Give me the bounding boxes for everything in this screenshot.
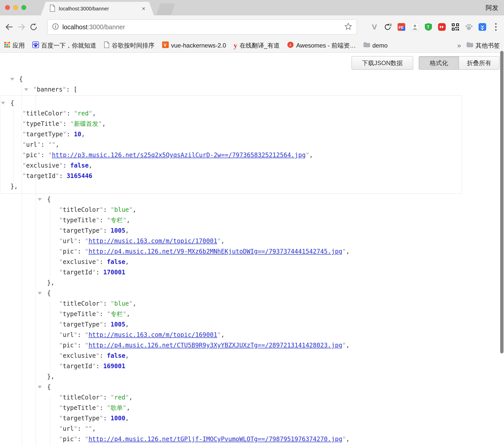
json-row: "banners": [	[0, 84, 504, 95]
star-icon[interactable]	[344, 23, 352, 31]
collapse-triangle-icon[interactable]	[38, 292, 42, 295]
scrollbar-thumb[interactable]	[500, 51, 503, 353]
youdao-translate-icon[interactable]: 英	[384, 23, 392, 31]
bookmark-label: 百度一下，你就知道	[41, 41, 96, 50]
svg-text:V: V	[164, 43, 167, 48]
tab-favicon-doc-icon	[49, 5, 55, 13]
json-row: "url": "",	[37, 424, 499, 434]
url-text: localhost:3000/banner	[62, 23, 125, 31]
fullscreen-window-icon[interactable]	[21, 5, 26, 10]
json-row: "url": "http://music.163.com/m/topic/170…	[37, 236, 499, 246]
browser-tab[interactable]: localhost:3000/banner ×	[41, 2, 154, 16]
url-host: localhost	[62, 23, 88, 31]
bookmarks-right: »其他书签	[457, 41, 500, 50]
close-window-icon[interactable]	[5, 5, 10, 10]
bookmark-label: demo	[372, 42, 388, 49]
json-row: {	[0, 74, 504, 84]
bookmark-label: 应用	[12, 41, 25, 50]
json-row: {	[37, 288, 499, 299]
collapse-triangle-icon[interactable]	[24, 88, 28, 91]
window-titlebar: localhost:3000/banner × 阿发	[0, 0, 504, 15]
json-row: "typeTitle": "专栏",	[37, 309, 499, 319]
qrcode-icon[interactable]	[451, 23, 459, 31]
forward-icon[interactable]	[15, 23, 27, 31]
bookmark-item[interactable]: Vvue-hackernews-2.0	[162, 41, 226, 50]
collapse-triangle-icon[interactable]	[38, 198, 42, 201]
svg-text:A: A	[289, 43, 291, 47]
json-toolbar: 下载JSON数据 格式化 折叠所有	[352, 56, 499, 70]
json-row: "targetType": 1005,	[37, 319, 499, 330]
bookmark-item[interactable]: 谷歌按时间排序	[104, 41, 155, 50]
json-row: "titleColor": "red",	[0, 108, 462, 119]
bookmark-item[interactable]: AAwesomes - 前端资…	[287, 41, 356, 50]
bookmark-item[interactable]: 其他书签	[467, 41, 500, 50]
json-link[interactable]: http://music.163.com/m/topic/169001	[89, 331, 217, 338]
json-row: "pic": "http://p4.music.126.net/tGPljf-I…	[37, 434, 499, 444]
json-link[interactable]: http://music.163.com/m/topic/170001	[89, 237, 217, 245]
bookmark-item[interactable]: y在线翻译_有道	[234, 41, 279, 50]
json-row: },	[0, 181, 462, 192]
menu-dots-icon[interactable]	[492, 23, 500, 31]
json-row: "pic": "http://p4.music.126.net/CTU5B9R9…	[37, 340, 499, 351]
json-array-item: {"titleColor": "blue","typeTitle": "专栏",…	[37, 288, 499, 382]
json-row: "typeTitle": "专栏",	[37, 215, 499, 226]
json-link[interactable]: http://p4.music.126.net/V9-MXz6b2MNhEKju…	[89, 248, 342, 255]
json-row: "targetType": 10,	[0, 129, 462, 140]
json-row: "targetId": 169001	[37, 361, 499, 371]
collapse-all-button[interactable]: 折叠所有	[459, 56, 499, 69]
blue-shield-icon[interactable]	[478, 23, 486, 31]
folder-icon	[363, 42, 370, 49]
fehelper-icon[interactable]: FE	[397, 23, 405, 31]
json-row: "exclusive": false,	[0, 160, 462, 171]
bookmark-item[interactable]: demo	[363, 42, 388, 49]
profile-name[interactable]: 阿发	[486, 0, 498, 15]
collapse-triangle-icon[interactable]	[38, 386, 42, 389]
back-icon[interactable]	[3, 23, 15, 31]
vue-devtools-icon[interactable]: V	[370, 23, 379, 31]
bookmark-item[interactable]: 应用	[4, 41, 25, 50]
bookmarks-overflow-chevron-icon[interactable]: »	[457, 42, 461, 50]
format-button[interactable]: 格式化	[419, 56, 459, 69]
extension-icons: V英FET	[370, 15, 500, 39]
json-row: "titleColor": "blue",	[37, 299, 499, 309]
baidu-paw-icon	[32, 41, 39, 50]
json-row: "titleColor": "red",	[37, 392, 499, 403]
collapse-triangle-icon[interactable]	[1, 102, 5, 105]
bookmark-item[interactable]: 百度一下，你就知道	[32, 41, 96, 50]
json-row: "targetType": 1005,	[37, 226, 499, 236]
download-json-button[interactable]: 下载JSON数据	[352, 56, 413, 70]
tab-title: localhost:3000/banner	[59, 6, 138, 12]
json-link[interactable]: http://p4.music.126.net/CTU5B9R9y3XyYBZX…	[89, 342, 342, 349]
apps-grid-icon	[4, 42, 10, 49]
folder-icon	[467, 42, 473, 49]
json-link[interactable]: http://p3.music.126.net/s25q2x5QyqsAzilC…	[52, 152, 306, 159]
info-icon[interactable]	[52, 23, 59, 31]
reload-icon[interactable]	[27, 23, 40, 31]
new-tab-button[interactable]	[156, 3, 175, 15]
json-row: },	[37, 278, 499, 288]
json-array-item: {"titleColor": "red","typeTitle": "新碟首发"…	[0, 95, 462, 194]
minimize-window-icon[interactable]	[13, 5, 18, 10]
json-row: {	[37, 194, 499, 205]
bookmarks-bar: 应用百度一下，你就知道谷歌按时间排序Vvue-hackernews-2.0y在线…	[0, 39, 504, 53]
json-row: {	[37, 382, 499, 392]
json-link[interactable]: http://p4.music.126.net/tGPljf-IMOCyPvum…	[89, 436, 342, 443]
json-row: "targetId": 3165446	[0, 171, 462, 181]
collapse-triangle-icon[interactable]	[10, 78, 14, 81]
json-row: "exclusive": false,	[37, 351, 499, 361]
bookmark-label: 其他书签	[475, 41, 500, 50]
tab-close-icon[interactable]: ×	[142, 6, 145, 12]
bookmark-label: 在线翻译_有道	[240, 41, 279, 50]
paw-icon[interactable]	[465, 23, 473, 31]
red-player-icon[interactable]	[438, 23, 446, 31]
url-path: :3000/banner	[88, 23, 125, 31]
json-row: "pic": "http://p3.music.126.net/s25q2x5Q…	[0, 150, 462, 160]
page-content: 下载JSON数据 格式化 折叠所有 {"banners": [{"titleCo…	[0, 53, 504, 446]
json-row: },	[37, 371, 499, 382]
json-array-item: {"titleColor": "blue","typeTitle": "专栏",…	[37, 194, 499, 288]
format-collapse-group: 格式化 折叠所有	[419, 56, 499, 70]
user-silhouette-icon[interactable]	[411, 23, 419, 31]
address-bar[interactable]: localhost:3000/banner	[47, 19, 357, 35]
svg-text:英: 英	[389, 23, 392, 26]
green-shield-icon[interactable]: T	[424, 23, 432, 31]
